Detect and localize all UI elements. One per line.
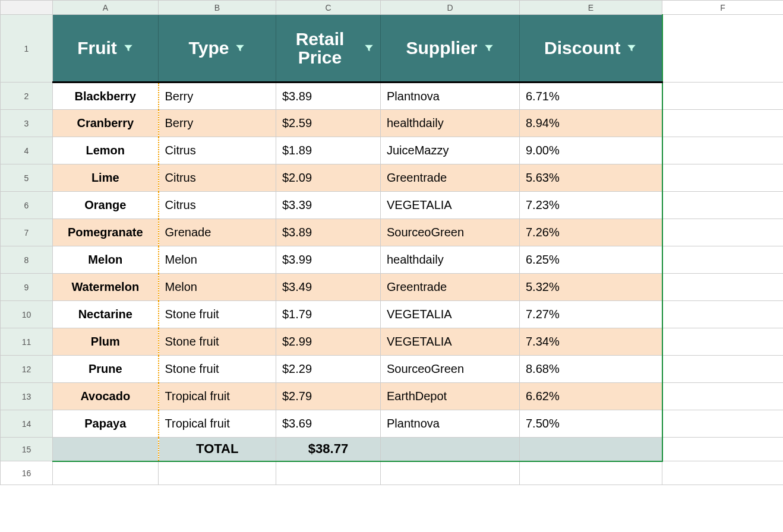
filter-icon[interactable]: [364, 43, 374, 53]
cell-C16[interactable]: [276, 461, 381, 485]
cell-F1[interactable]: [662, 15, 784, 83]
header-fruit[interactable]: Fruit: [53, 15, 159, 83]
cell-fruit[interactable]: Papaya: [53, 410, 159, 438]
row-header-11[interactable]: 11: [1, 328, 53, 356]
cell-fruit[interactable]: Pomegranate: [53, 219, 159, 246]
cell-B16[interactable]: [159, 461, 276, 485]
cell-F5[interactable]: [662, 164, 784, 192]
cell-type[interactable]: Tropical fruit: [159, 410, 276, 438]
cell-fruit[interactable]: Avocado: [53, 383, 159, 410]
cell-F9[interactable]: [662, 274, 784, 301]
col-header-C[interactable]: C: [276, 1, 381, 15]
cell-price[interactable]: $2.59: [276, 110, 381, 137]
cell-discount[interactable]: 7.27%: [520, 301, 662, 328]
cell-supplier[interactable]: EarthDepot: [381, 383, 520, 410]
cell-supplier[interactable]: JuiceMazzy: [381, 137, 520, 164]
cell-discount[interactable]: 8.94%: [520, 110, 662, 137]
cell-F13[interactable]: [662, 383, 784, 410]
cell-supplier[interactable]: healthdaily: [381, 246, 520, 274]
cell-F8[interactable]: [662, 246, 784, 274]
row-header-9[interactable]: 9: [1, 274, 53, 301]
cell-type[interactable]: Citrus: [159, 164, 276, 192]
row-header-5[interactable]: 5: [1, 164, 53, 192]
filter-icon[interactable]: [123, 43, 134, 53]
cell-type[interactable]: Stone fruit: [159, 328, 276, 356]
row-header-14[interactable]: 14: [1, 410, 53, 438]
cell-F16[interactable]: [662, 461, 784, 485]
cell-type[interactable]: Citrus: [159, 137, 276, 164]
cell-supplier[interactable]: VEGETALIA: [381, 192, 520, 219]
cell-price[interactable]: $3.99: [276, 246, 381, 274]
cell-discount[interactable]: 9.00%: [520, 137, 662, 164]
cell-supplier[interactable]: Plantnova: [381, 83, 520, 110]
cell-supplier[interactable]: VEGETALIA: [381, 301, 520, 328]
cell-price[interactable]: $2.79: [276, 383, 381, 410]
header-discount[interactable]: Discount: [520, 15, 662, 83]
cell-fruit[interactable]: Prune: [53, 356, 159, 383]
cell-F7[interactable]: [662, 219, 784, 246]
row-header-2[interactable]: 2: [1, 83, 53, 110]
cell-supplier[interactable]: Plantnova: [381, 410, 520, 438]
filter-icon[interactable]: [235, 43, 245, 53]
cell-supplier[interactable]: VEGETALIA: [381, 328, 520, 356]
cell-discount[interactable]: 7.26%: [520, 219, 662, 246]
cell-type[interactable]: Grenade: [159, 219, 276, 246]
row-header-15[interactable]: 15: [1, 438, 53, 461]
cell-F14[interactable]: [662, 410, 784, 438]
row-header-16[interactable]: 16: [1, 461, 53, 485]
cell-discount[interactable]: 7.23%: [520, 192, 662, 219]
row-header-1[interactable]: 1: [1, 15, 53, 83]
cell-supplier[interactable]: healthdaily: [381, 110, 520, 137]
cell-price[interactable]: $2.09: [276, 164, 381, 192]
cell-type[interactable]: Citrus: [159, 192, 276, 219]
cell-discount[interactable]: 6.62%: [520, 383, 662, 410]
cell-D16[interactable]: [381, 461, 520, 485]
total-blank-D[interactable]: [381, 438, 520, 461]
cell-type[interactable]: Melon: [159, 274, 276, 301]
cell-type[interactable]: Melon: [159, 246, 276, 274]
row-header-8[interactable]: 8: [1, 246, 53, 274]
cell-F12[interactable]: [662, 356, 784, 383]
cell-type[interactable]: Stone fruit: [159, 356, 276, 383]
cell-A16[interactable]: [53, 461, 159, 485]
cell-type[interactable]: Tropical fruit: [159, 383, 276, 410]
cell-fruit[interactable]: Watermelon: [53, 274, 159, 301]
cell-discount[interactable]: 7.34%: [520, 328, 662, 356]
cell-F3[interactable]: [662, 110, 784, 137]
cell-price[interactable]: $3.89: [276, 83, 381, 110]
cell-price[interactable]: $2.29: [276, 356, 381, 383]
cell-fruit[interactable]: Lemon: [53, 137, 159, 164]
cell-supplier[interactable]: SourceoGreen: [381, 356, 520, 383]
col-header-E[interactable]: E: [520, 1, 662, 15]
row-header-3[interactable]: 3: [1, 110, 53, 137]
total-value[interactable]: $38.77: [276, 438, 381, 461]
cell-type[interactable]: Berry: [159, 110, 276, 137]
cell-supplier[interactable]: Greentrade: [381, 274, 520, 301]
total-label[interactable]: TOTAL: [159, 438, 276, 461]
row-header-4[interactable]: 4: [1, 137, 53, 164]
cell-discount[interactable]: 8.68%: [520, 356, 662, 383]
col-header-F[interactable]: F: [662, 1, 784, 15]
row-header-6[interactable]: 6: [1, 192, 53, 219]
select-all-corner[interactable]: [1, 1, 53, 15]
row-header-10[interactable]: 10: [1, 301, 53, 328]
cell-price[interactable]: $3.49: [276, 274, 381, 301]
cell-fruit[interactable]: Nectarine: [53, 301, 159, 328]
cell-discount[interactable]: 5.63%: [520, 164, 662, 192]
col-header-A[interactable]: A: [53, 1, 159, 15]
cell-fruit[interactable]: Orange: [53, 192, 159, 219]
col-header-D[interactable]: D: [381, 1, 520, 15]
cell-F4[interactable]: [662, 137, 784, 164]
cell-fruit[interactable]: Blackberry: [53, 83, 159, 110]
cell-F15[interactable]: [662, 438, 784, 461]
cell-fruit[interactable]: Plum: [53, 328, 159, 356]
filter-icon[interactable]: [484, 43, 494, 53]
cell-E16[interactable]: [520, 461, 662, 485]
filter-icon[interactable]: [626, 43, 637, 53]
row-header-13[interactable]: 13: [1, 383, 53, 410]
total-blank-E[interactable]: [520, 438, 662, 461]
cell-price[interactable]: $1.79: [276, 301, 381, 328]
cell-F10[interactable]: [662, 301, 784, 328]
cell-discount[interactable]: 6.25%: [520, 246, 662, 274]
cell-price[interactable]: $3.89: [276, 219, 381, 246]
